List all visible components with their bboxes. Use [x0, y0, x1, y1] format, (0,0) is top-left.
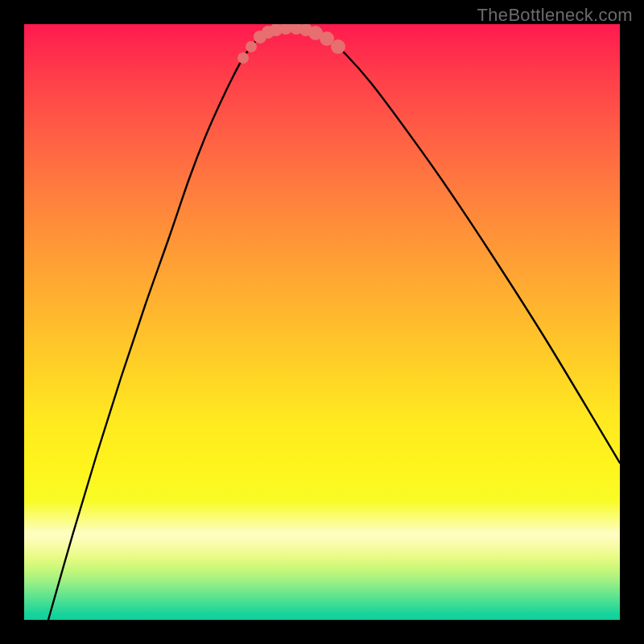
highlighted-point	[331, 39, 345, 54]
bottleneck-curve-line	[48, 28, 620, 621]
chart-plot-area	[24, 24, 620, 620]
highlighted-point	[246, 41, 257, 52]
highlighted-point	[237, 52, 249, 64]
bottleneck-chart-svg	[24, 24, 620, 620]
watermark-text: TheBottleneck.com	[477, 5, 633, 26]
highlighted-points-group	[237, 24, 345, 64]
